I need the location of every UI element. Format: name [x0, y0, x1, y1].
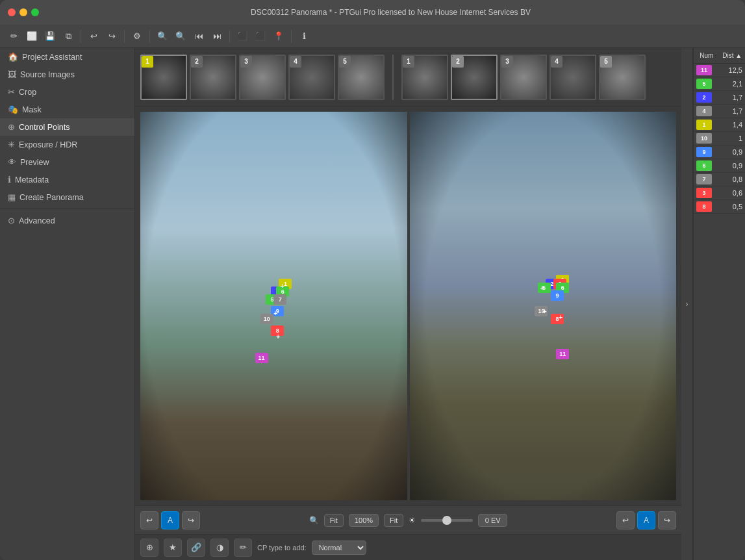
sidebar-item-project-assistant[interactable]: 🏠 Project Assistant	[0, 48, 134, 66]
sidebar-item-control-points[interactable]: ⊕ Control Points	[0, 118, 134, 136]
toolbar-sep-3	[149, 30, 150, 43]
thumb-1-left[interactable]: 1	[140, 55, 187, 100]
cp-row-8[interactable]: 8 0,5	[694, 200, 745, 214]
sidebar-item-create-panorama[interactable]: ▦ Create Panorama	[0, 188, 134, 206]
main-window: DSC00312 Panorama * - PTGui Pro licensed…	[0, 0, 745, 560]
open-icon[interactable]: ⬜	[23, 28, 40, 45]
mask-icon: 🎭	[8, 105, 18, 114]
cp-badge-8: 8	[696, 201, 712, 212]
sidebar-item-advanced[interactable]: ⊙ Advanced	[0, 212, 134, 229]
filmstrip-divider	[392, 55, 394, 100]
sidebar-item-crop[interactable]: ✂ Crop	[0, 83, 134, 101]
new-icon[interactable]: ✏	[5, 28, 22, 45]
cp-marker-11-left[interactable]: 11	[255, 353, 268, 363]
sidebar-divider	[0, 209, 134, 209]
thumb-1-right[interactable]: 1	[401, 55, 448, 100]
sidebar-item-mask[interactable]: 🎭 Mask	[0, 101, 134, 118]
main-toolbar: ✏ ⬜ 💾 ⧉ ↩ ↪ ⚙ 🔍 🔍 ⏮ ⏭ ⬛ ⬛ 📍 ℹ	[0, 25, 745, 48]
cp-marker-11-right[interactable]: 11	[556, 349, 569, 359]
sidebar-item-metadata[interactable]: ℹ Metadata	[0, 171, 134, 188]
add-cp-tool[interactable]: ⊕	[140, 539, 158, 557]
zoom-out-icon[interactable]: 🔍	[172, 28, 189, 45]
cp-row-2[interactable]: 2 1,7	[694, 91, 745, 105]
auto-left-button[interactable]: A	[161, 511, 179, 529]
redo-right-button[interactable]: ↪	[658, 511, 676, 529]
undo-icon[interactable]: ↩	[85, 28, 102, 45]
cp-cross-9-left: +	[273, 310, 277, 317]
cp-marker-10-left[interactable]: 10	[260, 314, 273, 324]
fit-button[interactable]: Fit	[324, 514, 344, 527]
pin-icon[interactable]: 📍	[270, 28, 287, 45]
cp-row-6[interactable]: 6 0,9	[694, 159, 745, 173]
cp-row-1[interactable]: 1 1,4	[694, 118, 745, 132]
auto-right-button[interactable]: A	[637, 511, 655, 529]
cp-row-9[interactable]: 9 0,9	[694, 146, 745, 159]
cp-row-3[interactable]: 3 0,6	[694, 186, 745, 200]
link-tool[interactable]: 🔗	[187, 539, 205, 557]
dist-column-header[interactable]: Dist ▲	[720, 51, 746, 60]
eyedropper-tool[interactable]: ✏	[234, 539, 252, 557]
cp-badge-5: 5	[696, 79, 712, 89]
thumb-4-left[interactable]: 4	[288, 55, 335, 100]
redo-icon[interactable]: ↪	[103, 28, 120, 45]
cp-dist-11: 12,5	[714, 66, 742, 74]
grid-icon[interactable]: ⬛	[234, 28, 251, 45]
next-icon[interactable]: ⏭	[208, 28, 225, 45]
maximize-button[interactable]	[31, 8, 39, 16]
preview-icon: 👁	[8, 157, 16, 167]
thumb-5-right[interactable]: 5	[599, 55, 646, 100]
sidebar-item-source-images[interactable]: 🖼 Source Images	[0, 66, 134, 83]
thumb-3-left[interactable]: 3	[239, 55, 286, 100]
exposure-slider-container	[421, 519, 473, 522]
cp-marker-7-left[interactable]: 7	[273, 294, 286, 305]
undo-right-button[interactable]: ↩	[616, 511, 635, 529]
cp-row-10[interactable]: 10 1	[694, 132, 745, 146]
sidebar-item-preview[interactable]: 👁 Preview	[0, 153, 134, 171]
ev-display: 0 EV	[478, 514, 507, 527]
cp-badge-3: 3	[696, 188, 712, 198]
sidebar-item-exposure-hdr[interactable]: ✳ Exposure / HDR	[0, 136, 134, 153]
layout-icon[interactable]: ⬛	[252, 28, 269, 45]
cp-row-11[interactable]: 11 12,5	[694, 64, 745, 77]
settings-icon[interactable]: ⚙	[129, 28, 145, 45]
exposure-slider[interactable]	[421, 519, 473, 522]
filmstrip-area: 1 2 3	[135, 48, 681, 107]
prev-icon[interactable]: ⏮	[190, 28, 207, 45]
minimize-button[interactable]	[19, 8, 27, 16]
thumb-4-right[interactable]: 4	[549, 55, 596, 100]
panel-collapse-button[interactable]: ›	[681, 48, 693, 560]
cp-dist-4: 1,7	[714, 107, 742, 115]
left-image-panel[interactable]: 1 2 6 5 7 9 10 8 11 + + +	[140, 112, 407, 500]
search-icon[interactable]: 🔍	[154, 28, 171, 45]
cp-cross-8-right: +	[559, 314, 562, 321]
contrast-tool[interactable]: ◑	[210, 539, 229, 557]
close-button[interactable]	[8, 8, 16, 16]
thumb-2-left[interactable]: 2	[190, 55, 236, 100]
panel-header: Num Dist ▲	[694, 48, 745, 64]
thumb-2-right[interactable]: 2	[451, 55, 498, 100]
cp-dist-9: 0,9	[714, 148, 742, 156]
copy-icon[interactable]: ⧉	[60, 28, 77, 45]
cp-badge-2: 2	[696, 92, 712, 103]
cp-row-7[interactable]: 7 0,8	[694, 173, 745, 186]
cp-badge-10: 10	[696, 133, 712, 144]
cp-row-4[interactable]: 4 1,7	[694, 105, 745, 118]
bottom-right-controls: ↩ A ↪	[616, 511, 676, 529]
cp-marker-5-right[interactable]: 5	[538, 283, 551, 293]
cp-type-select[interactable]: Normal Horizontal Vertical	[312, 541, 366, 555]
right-image-panel[interactable]: 1 2 3 5 6 9 10 8 11 + + +	[410, 112, 677, 500]
help-icon[interactable]: ℹ	[296, 28, 312, 45]
cp-marker-9-right[interactable]: 9	[551, 290, 564, 301]
toolbar-sep-1	[81, 30, 81, 43]
save-icon[interactable]: 💾	[42, 28, 58, 45]
star-tool[interactable]: ★	[164, 539, 182, 557]
cp-dist-5: 2,1	[714, 80, 742, 88]
undo-left-button[interactable]: ↩	[140, 511, 158, 529]
thumb-3-right[interactable]: 3	[500, 55, 547, 100]
thumb-5-left[interactable]: 5	[338, 55, 385, 100]
cp-row-5[interactable]: 5 2,1	[694, 77, 745, 91]
cp-dist-7: 0,8	[714, 175, 742, 183]
num-column-header[interactable]: Num	[694, 51, 720, 60]
fit2-button[interactable]: Fit	[384, 514, 403, 527]
redo-left-button[interactable]: ↪	[182, 511, 200, 529]
